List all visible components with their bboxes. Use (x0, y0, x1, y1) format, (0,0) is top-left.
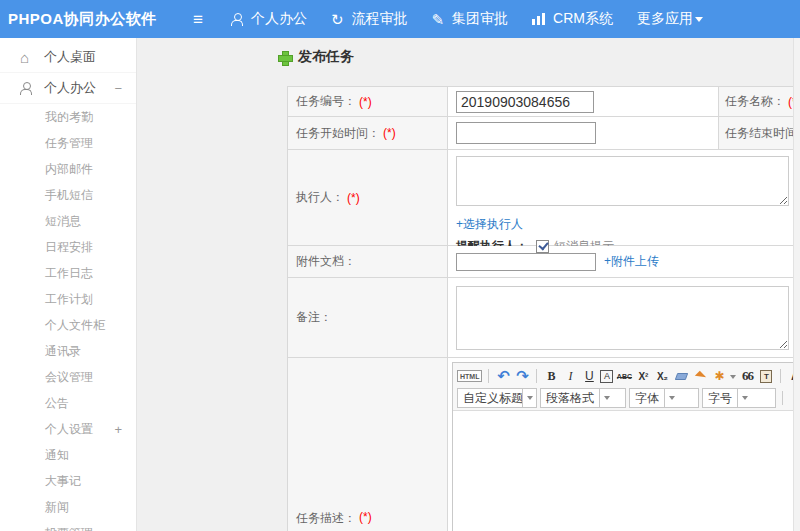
sidebar-item-schedule[interactable]: 日程安排 (0, 234, 136, 260)
flow-icon: ↻ (331, 12, 344, 27)
collapse-icon[interactable]: − (114, 81, 122, 96)
app-root: PHPOA协同办公软件 ≡ 个人办公 ↻ 流程审批 ✎ 集团审批 CRM系统 更… (0, 0, 800, 531)
sidebar-item-file-cabinet[interactable]: 个人文件柜 (0, 312, 136, 338)
choose-executor-link[interactable]: +选择执行人 (456, 216, 523, 233)
bar-chart-icon (532, 13, 545, 25)
font-family-select[interactable]: 字体 (629, 388, 699, 408)
blockquote-button[interactable]: 66 (739, 367, 755, 385)
attachment-input[interactable] (456, 253, 596, 271)
start-time-label: 任务开始时间：(*) (288, 117, 448, 150)
sidebar-item-work-plan[interactable]: 工作计划 (0, 286, 136, 312)
attachment-label: 附件文档： (288, 246, 448, 278)
app-logo: PHPOA协同办公软件 (0, 10, 160, 29)
subscript-button[interactable]: X₂ (654, 367, 670, 385)
sidebar-item-attendance[interactable]: 我的考勤 (0, 104, 136, 130)
eraser-icon[interactable] (673, 367, 689, 385)
sidebar-item-personal-office[interactable]: 个人办公 − (0, 73, 136, 104)
chevron-down-icon[interactable] (664, 389, 679, 407)
plus-icon (278, 51, 291, 64)
remark-textarea[interactable] (456, 286, 789, 350)
paragraph-format-select[interactable]: 段落格式 (540, 388, 626, 408)
chevron-down-icon[interactable] (737, 389, 752, 407)
html-source-button[interactable]: HTML (457, 370, 482, 382)
nav-personal-office[interactable]: 个人办公 (231, 10, 307, 28)
underline-button[interactable]: U (581, 367, 597, 385)
task-number-label: 任务编号：(*) (288, 87, 448, 117)
person-icon (20, 82, 36, 95)
sidebar: ⌂ 个人桌面 个人办公 − 我的考勤 任务管理 内部邮件 手机短信 短消息 日程… (0, 38, 137, 531)
paste-icon[interactable]: T (758, 367, 774, 385)
rich-text-editor: HTML ↶ ↷ B I U A ABC X² X₂ (452, 362, 793, 531)
task-description-label: 任务描述：(*) (288, 358, 448, 531)
task-number-input[interactable] (456, 91, 594, 113)
nav-group-approval[interactable]: ✎ 集团审批 (432, 10, 509, 28)
sidebar-item-personal-settings[interactable]: 个人设置 + (0, 416, 136, 442)
editor-toolbar: HTML ↶ ↷ B I U A ABC X² X₂ (453, 363, 793, 411)
attachment-upload-link[interactable]: +附件上传 (604, 253, 659, 270)
font-size-select[interactable]: 字号 (702, 388, 776, 408)
executor-textarea[interactable] (456, 156, 789, 206)
nav-crm[interactable]: CRM系统 (532, 10, 613, 28)
sidebar-item-desktop[interactable]: ⌂ 个人桌面 (0, 42, 136, 73)
sidebar-item-notice[interactable]: 通知 (0, 442, 136, 468)
vertical-scrollbar[interactable] (793, 38, 800, 531)
start-time-input[interactable] (456, 122, 596, 144)
chevron-down-icon (695, 17, 703, 26)
wand-dropdown-icon[interactable] (730, 375, 736, 382)
sidebar-item-partial[interactable]: 投票管理 (0, 520, 136, 531)
sidebar-item-internal-mail[interactable]: 内部邮件 (0, 156, 136, 182)
strikethrough-button[interactable]: ABC (616, 367, 632, 385)
bold-button[interactable]: B (543, 367, 559, 385)
nav-more-apps[interactable]: 更多应用 (637, 10, 703, 28)
sidebar-item-work-log[interactable]: 工作日志 (0, 260, 136, 286)
sidebar-item-meeting[interactable]: 会议管理 (0, 364, 136, 390)
top-nav: 个人办公 ↻ 流程审批 ✎ 集团审批 CRM系统 更多应用 (231, 10, 727, 28)
format-brush-icon[interactable] (692, 367, 708, 385)
expand-icon[interactable]: + (114, 422, 122, 437)
end-time-label: 任务结束时间：(*) (719, 117, 793, 150)
redo-icon[interactable]: ↷ (514, 367, 530, 385)
edit-icon: ✎ (432, 12, 445, 27)
remark-label: 备注： (288, 278, 448, 358)
superscript-button[interactable]: X² (635, 367, 651, 385)
home-icon: ⌂ (20, 49, 36, 66)
sidebar-item-events[interactable]: 大事记 (0, 468, 136, 494)
menu-toggle-icon[interactable]: ≡ (193, 11, 203, 28)
page-title: 发布任务 (278, 48, 354, 66)
sms-remind-checkbox[interactable] (536, 240, 549, 253)
publish-task-form: 任务编号：(*) 任务名称：(*) 任务开始时间：(*) 任务结束时间：(*) … (287, 86, 793, 531)
autotypeset-button[interactable]: A (600, 370, 613, 383)
sidebar-item-sms[interactable]: 手机短信 (0, 182, 136, 208)
task-name-label: 任务名称：(*) (719, 87, 793, 117)
nav-workflow-approval[interactable]: ↻ 流程审批 (331, 10, 408, 28)
topbar: PHPOA协同办公软件 ≡ 个人办公 ↻ 流程审批 ✎ 集团审批 CRM系统 更… (0, 0, 800, 38)
sidebar-item-news[interactable]: 新闻 (0, 494, 136, 520)
italic-button[interactable]: I (562, 367, 578, 385)
sidebar-item-task-management[interactable]: 任务管理 (0, 130, 136, 156)
editor-content-area[interactable] (453, 411, 793, 531)
sidebar-item-announcement[interactable]: 公告 (0, 390, 136, 416)
undo-icon[interactable]: ↶ (495, 367, 511, 385)
custom-title-select[interactable]: 自定义标题 (457, 388, 537, 408)
person-icon (231, 13, 243, 26)
executor-label: 执行人：(*) (288, 150, 448, 246)
highlight-wand-icon[interactable]: ✱ (711, 367, 727, 385)
chevron-down-icon[interactable] (522, 389, 536, 407)
chevron-down-icon[interactable] (599, 389, 614, 407)
sidebar-item-contacts[interactable]: 通讯录 (0, 338, 136, 364)
sidebar-item-short-message[interactable]: 短消息 (0, 208, 136, 234)
